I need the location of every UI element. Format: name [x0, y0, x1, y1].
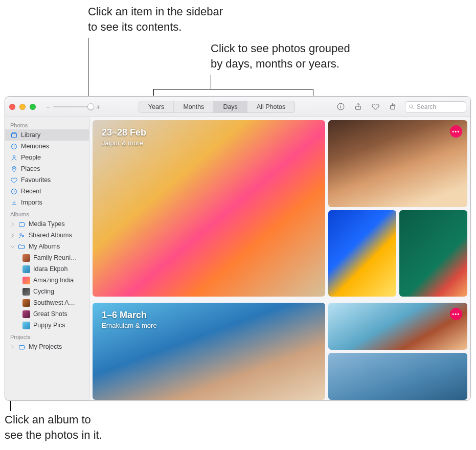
sidebar-item-my-albums[interactable]: My Albums: [5, 241, 89, 252]
share-button[interactable]: [350, 101, 366, 113]
window-controls: [9, 104, 36, 110]
view-segmented-control: Years Months Days All Photos: [139, 101, 295, 113]
sidebar-item-memories[interactable]: Memories: [5, 141, 89, 152]
tab-years[interactable]: Years: [139, 101, 174, 112]
sidebar-item-label: Idara Ekpoh: [33, 265, 85, 273]
sidebar-item-label: Library: [21, 131, 85, 139]
callout-line: [313, 89, 313, 96]
sidebar-item-label: Puppy Pics: [33, 322, 85, 329]
heart-icon: [10, 176, 18, 184]
photo-tile[interactable]: [399, 210, 467, 297]
tab-months[interactable]: Months: [174, 101, 214, 112]
sidebar: Photos Library Memories People Places Fa…: [5, 117, 89, 400]
sidebar-item-shared-albums[interactable]: Shared Albums: [5, 230, 89, 241]
svg-rect-16: [19, 345, 25, 349]
heart-icon: [371, 102, 380, 111]
search-placeholder: Search: [417, 103, 436, 110]
photo-tile[interactable]: 23–28 Feb Jaipur & more: [93, 120, 325, 297]
places-icon: [10, 165, 18, 173]
favourite-button[interactable]: [367, 101, 383, 113]
album-thumbnail: [22, 322, 30, 329]
sidebar-item-label: My Projects: [29, 343, 85, 350]
info-icon: [336, 102, 345, 111]
thumbnail-zoom-slider[interactable]: − +: [45, 103, 101, 111]
more-button[interactable]: •••: [450, 125, 462, 138]
rotate-icon: [389, 102, 397, 111]
day-group-header: 23–28 Feb Jaipur & more: [102, 127, 146, 147]
day-group-subtitle: Ernakulam & more: [102, 322, 157, 329]
window-body: Photos Library Memories People Places Fa…: [5, 117, 470, 400]
sidebar-item-imports[interactable]: Imports: [5, 197, 89, 208]
photo-sidegrid: •••: [328, 303, 467, 400]
tab-days[interactable]: Days: [214, 101, 247, 112]
close-window-button[interactable]: [9, 104, 15, 110]
library-icon: [10, 131, 18, 139]
photo-tile[interactable]: [328, 210, 396, 297]
sidebar-item-places[interactable]: Places: [5, 163, 89, 174]
zoom-in-icon: +: [95, 103, 101, 111]
svg-point-2: [341, 105, 341, 105]
rotate-button[interactable]: [384, 101, 401, 113]
svg-rect-4: [390, 105, 395, 109]
sidebar-item-my-projects[interactable]: My Projects: [5, 341, 89, 352]
sidebar-item-favourites[interactable]: Favourites: [5, 174, 89, 186]
search-icon: [409, 104, 415, 110]
sidebar-album-family-reunion[interactable]: Family Reuni…: [5, 252, 89, 263]
people-icon: [10, 154, 18, 162]
album-thumbnail: [22, 254, 30, 262]
folder-icon: [18, 343, 26, 351]
memories-icon: [10, 143, 18, 150]
shared-icon: [18, 232, 26, 239]
sidebar-item-label: Cycling: [33, 288, 85, 295]
album-thumbnail: [22, 288, 30, 296]
tab-all-photos[interactable]: All Photos: [247, 101, 294, 112]
sidebar-item-label: Great Shots: [33, 310, 85, 318]
more-button[interactable]: •••: [450, 308, 462, 320]
sidebar-album-cycling[interactable]: Cycling: [5, 286, 89, 297]
day-group-header: 1–6 March Ernakulam & more: [102, 310, 157, 329]
callout-line: [153, 89, 154, 96]
sidebar-album-southwest[interactable]: Southwest A…: [5, 297, 89, 308]
sidebar-item-media-types[interactable]: Media Types: [5, 218, 89, 230]
day-group-date: 1–6 March: [102, 310, 157, 321]
sidebar-item-label: Imports: [21, 199, 85, 206]
svg-point-10: [13, 155, 15, 158]
sidebar-album-great-shots[interactable]: Great Shots: [5, 308, 89, 320]
sidebar-item-people[interactable]: People: [5, 152, 89, 163]
sidebar-item-label: Places: [21, 165, 85, 172]
search-field[interactable]: Search: [405, 101, 466, 112]
day-group: 23–28 Feb Jaipur & more •••: [89, 117, 470, 297]
zoom-slider-track[interactable]: [53, 106, 93, 107]
zoom-slider-thumb[interactable]: [87, 103, 94, 110]
photo-tile[interactable]: 1–6 March Ernakulam & more: [93, 303, 325, 400]
sidebar-album-amazing-india[interactable]: Amazing India: [5, 275, 89, 286]
sidebar-item-label: People: [21, 154, 85, 161]
chevron-down-icon: [10, 244, 15, 249]
sidebar-item-label: Family Reuni…: [33, 254, 85, 261]
sidebar-item-label: Memories: [21, 143, 85, 150]
photo-grid: 23–28 Feb Jaipur & more •••: [89, 117, 470, 400]
photo-tile[interactable]: [328, 353, 467, 400]
svg-point-14: [20, 233, 22, 235]
sidebar-item-label: Southwest A…: [33, 299, 85, 306]
sidebar-album-idara-ekpoh[interactable]: Idara Ekpoh: [5, 263, 89, 275]
photo-tile[interactable]: •••: [328, 120, 467, 207]
minimize-window-button[interactable]: [19, 104, 26, 110]
sidebar-album-puppy-pics[interactable]: Puppy Pics: [5, 320, 89, 331]
sidebar-item-library[interactable]: Library: [5, 129, 89, 141]
chevron-right-icon: [10, 345, 15, 349]
sidebar-group-albums: Albums: [5, 208, 89, 218]
zoom-out-icon: −: [45, 103, 51, 111]
zoom-window-button[interactable]: [30, 104, 36, 110]
photo-tile[interactable]: •••: [328, 303, 467, 350]
album-thumbnail: [22, 277, 30, 284]
callout-album: Click an album to see the photos in it.: [5, 412, 102, 442]
info-button[interactable]: [332, 101, 349, 113]
album-thumbnail: [22, 310, 30, 318]
callout-line: [211, 75, 211, 89]
photos-window: − + Years Months Days All Photos: [5, 96, 471, 401]
svg-rect-7: [12, 133, 17, 137]
titlebar: − + Years Months Days All Photos: [5, 97, 470, 117]
sidebar-item-recent[interactable]: Recent: [5, 186, 89, 197]
sidebar-item-label: My Albums: [29, 243, 85, 250]
